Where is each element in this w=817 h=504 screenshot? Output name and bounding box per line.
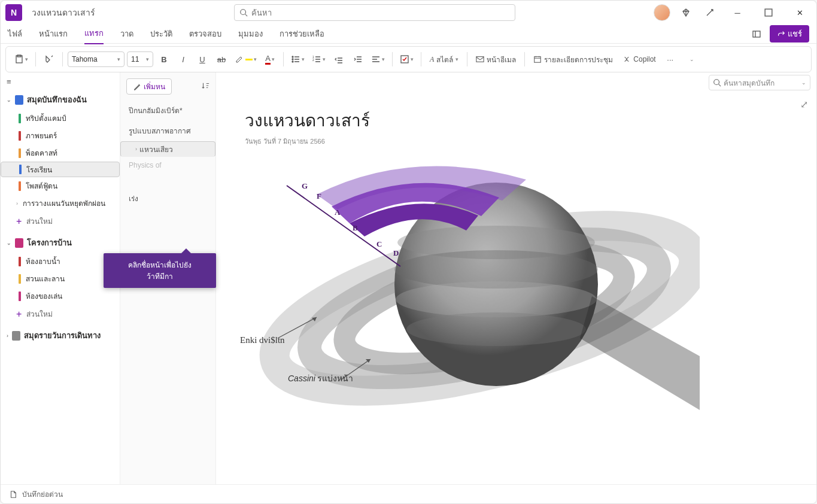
- expand-icon[interactable]: ⤢: [800, 99, 808, 110]
- svg-point-0: [240, 10, 245, 15]
- tab-draw[interactable]: วาด: [120, 24, 133, 44]
- ring-label-c: C: [376, 239, 382, 249]
- page-item[interactable]: ›แหวนเสียว: [120, 141, 215, 157]
- notebook-color-icon: [15, 238, 23, 248]
- format-toolbar: ▾ Tahoma▾ 11▾ B I U ab ▾ A▾ ▾ 12▾ ▾ ▾ Aส…: [5, 46, 812, 72]
- ring-label-b: B: [353, 223, 358, 233]
- page-item[interactable]: [120, 174, 215, 189]
- annotation-enki: Enki dvi$ltn: [240, 335, 285, 345]
- page-item[interactable]: เร่ง: [120, 189, 215, 209]
- bold-button[interactable]: B: [156, 50, 172, 68]
- italic-button[interactable]: I: [175, 50, 192, 68]
- indent-button[interactable]: [350, 50, 366, 68]
- notebook-header[interactable]: ⌄ โครงการบ้าน: [1, 233, 120, 253]
- diamond-icon[interactable]: [678, 4, 694, 21]
- more-button[interactable]: ···: [662, 50, 679, 68]
- section-item[interactable]: โรงเรียน: [1, 162, 120, 177]
- tab-view[interactable]: มุมมอง: [238, 24, 263, 44]
- outdent-button[interactable]: [330, 50, 347, 68]
- bullets-button[interactable]: ▾: [288, 50, 307, 68]
- tab-file[interactable]: ไฟล์: [8, 24, 22, 44]
- chevron-right-icon: ›: [7, 333, 8, 339]
- collapse-ribbon-button[interactable]: ⌄: [684, 50, 700, 68]
- chevron-down-icon: ⌄: [7, 97, 11, 103]
- add-section-button[interactable]: +ส่วนใหม่: [1, 212, 120, 230]
- search-notes-input[interactable]: ค้นหาสมุดบันทึก ⌄: [709, 75, 810, 90]
- sparkle-icon[interactable]: [701, 4, 718, 21]
- svg-point-7: [292, 61, 293, 62]
- copilot-button[interactable]: Copilot: [619, 55, 659, 63]
- note-date: วันพุธ วันที่ 7 มิถุนายน 2566: [245, 136, 788, 147]
- notebook-header[interactable]: › สมุดรายวันการเดินทาง: [1, 326, 120, 345]
- ribbon-tabs: ไฟล์ หน้าแรก แทรก วาด ประวัติ ตรวจสอบ มุ…: [1, 25, 816, 44]
- page-item[interactable]: Physics of: [120, 157, 215, 174]
- email-page-button[interactable]: หน้าอีเมล: [472, 54, 520, 65]
- nav-hamburger-icon[interactable]: ≡: [1, 75, 120, 89]
- section-item[interactable]: ภาพยนตร์: [1, 127, 120, 144]
- note-title[interactable]: วงแหวนดาวเสาร์: [245, 107, 788, 133]
- maximize-button[interactable]: [757, 3, 780, 22]
- section-item[interactable]: สวนและลาน: [1, 270, 120, 287]
- user-avatar[interactable]: [654, 4, 670, 21]
- ring-label-d: D: [393, 248, 399, 258]
- chevron-down-icon: ⌄: [7, 240, 11, 246]
- search-box[interactable]: [234, 4, 515, 21]
- search-input[interactable]: [251, 8, 510, 17]
- page-icon: [9, 490, 17, 499]
- quick-notes-footer[interactable]: บันทึกย่อด่วน: [1, 484, 816, 503]
- svg-rect-2: [753, 31, 760, 37]
- section-item[interactable]: ทริปตั้งแคมป์: [1, 110, 120, 127]
- section-item[interactable]: โพสต์ฟู้ดน: [1, 177, 120, 195]
- font-color-button[interactable]: A▾: [262, 50, 278, 68]
- svg-text:2: 2: [312, 58, 314, 62]
- tab-help[interactable]: การช่วยเหลือ: [280, 24, 324, 44]
- search-icon: [713, 78, 721, 87]
- page-item[interactable]: ปีกนกฮัมมิงเบิร์ด*: [120, 101, 215, 121]
- notebook-color-icon: [15, 95, 23, 105]
- ring-label-f: F: [317, 192, 321, 201]
- add-page-button[interactable]: เพิ่มหน: [126, 78, 172, 95]
- svg-rect-11: [476, 57, 484, 62]
- tooltip: คลิกชื่อหน้าเพื่อไปยัง ว้าทีมีกา: [104, 253, 216, 288]
- notebook-header[interactable]: ⌄ สมุดบันทึกของฉัน: [1, 90, 120, 110]
- numbering-button[interactable]: 12▾: [309, 50, 328, 68]
- strikethrough-button[interactable]: ab: [213, 50, 230, 68]
- tab-review[interactable]: ตรวจสอบ: [189, 24, 221, 44]
- svg-point-13: [714, 80, 719, 85]
- svg-point-6: [292, 59, 293, 60]
- search-icon: [239, 8, 248, 17]
- highlight-button[interactable]: ▾: [232, 50, 259, 68]
- align-button[interactable]: ▾: [369, 50, 387, 68]
- page-item[interactable]: รูปแบบสภาพอากาศ: [120, 121, 215, 141]
- underline-button[interactable]: U: [194, 50, 211, 68]
- svg-point-20: [396, 281, 597, 317]
- note-canvas[interactable]: ⤢ วงแหวนดาวเสาร์ วันพุธ วันที่ 7 มิถุนาย…: [216, 93, 816, 484]
- minimize-button[interactable]: ─: [725, 3, 749, 22]
- font-selector[interactable]: Tahoma▾: [68, 51, 124, 67]
- app-icon: N: [5, 4, 22, 21]
- svg-point-21: [406, 312, 586, 346]
- add-section-button[interactable]: +ส่วนใหม่: [1, 305, 120, 323]
- section-item[interactable]: พ็อดคาสท์: [1, 144, 120, 162]
- close-button[interactable]: ✕: [788, 3, 812, 22]
- styles-button[interactable]: Aสไตล์▾: [426, 54, 462, 65]
- document-title: วงแหวนดาวเสาร์: [32, 6, 95, 19]
- todo-tag-button[interactable]: ▾: [397, 50, 416, 68]
- notebook-navigation: ≡ ⌄ สมุดบันทึกของฉัน ทริปตั้งแคมป์ ภาพยน…: [1, 72, 120, 484]
- tab-home[interactable]: หน้าแรก: [39, 24, 68, 44]
- font-size-selector[interactable]: 11▾: [127, 51, 153, 67]
- meeting-details-button[interactable]: รายละเอียดการประชุม: [530, 54, 616, 65]
- paste-button[interactable]: ▾: [12, 50, 31, 68]
- notebook-color-icon: [12, 331, 20, 341]
- sort-icon[interactable]: [201, 81, 209, 92]
- share-button[interactable]: แชร์: [770, 25, 809, 42]
- saturn-illustration: G F A B C D Enki dvi$ltn Cassini รแบ่งหน…: [245, 159, 700, 446]
- section-item[interactable]: ห้องของเล่น: [1, 287, 120, 305]
- panel-toggle-icon[interactable]: [748, 26, 765, 42]
- section-item[interactable]: ห้องอาบน้ำ: [1, 253, 120, 270]
- section-group-item[interactable]: ›การวางแผนวันหยุดพักผ่อน: [1, 195, 120, 212]
- ring-label-a: A: [335, 208, 340, 217]
- tab-insert[interactable]: แทรก: [84, 23, 104, 44]
- format-painter-button[interactable]: [41, 50, 57, 68]
- tab-history[interactable]: ประวัติ: [150, 24, 172, 44]
